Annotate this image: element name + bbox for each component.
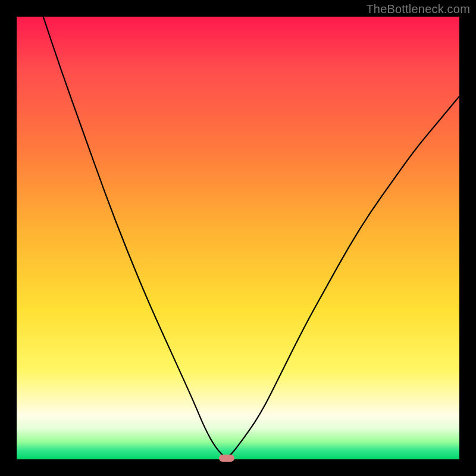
minimum-marker — [219, 455, 234, 462]
watermark-text: TheBottleneck.com — [366, 2, 470, 16]
bottleneck-curve — [17, 17, 459, 456]
plot-area — [17, 17, 459, 459]
curve-svg — [17, 17, 459, 459]
chart-frame: TheBottleneck.com — [0, 0, 476, 476]
